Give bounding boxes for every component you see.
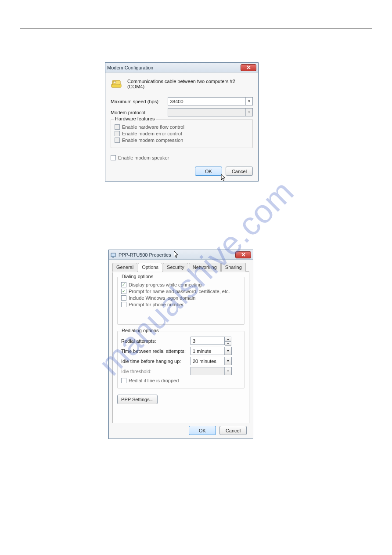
dialing-options-title: Dialing options: [120, 274, 155, 279]
checkbox-prompt-phone[interactable]: [121, 302, 126, 307]
page-rule: [20, 29, 372, 29]
dialog2-titlebar[interactable]: PPP-RTU500 Properties: [109, 250, 253, 260]
tab-general[interactable]: General: [112, 263, 137, 272]
max-speed-value: 38400: [170, 99, 183, 104]
label-progress: Display progress while connecting: [129, 282, 201, 287]
label-prompt-phone: Prompt for phone number: [129, 302, 183, 307]
ok-button[interactable]: OK: [189, 426, 216, 435]
tabstrip: General Options Security Networking Shar…: [112, 262, 249, 272]
modem-config-dialog: Modem Configuration Communications cable…: [105, 62, 259, 181]
chevron-down-icon: ▼: [245, 98, 252, 105]
label-logon-domain: Include Windows logon domain: [129, 295, 195, 301]
tab-security[interactable]: Security: [163, 263, 188, 272]
ppp-properties-dialog: PPP-RTU500 Properties General Options Se…: [108, 250, 253, 439]
redial-attempts-input[interactable]: 3 ▲ ▼: [191, 337, 225, 345]
dialing-options-group: Dialing options ✓ Display progress while…: [117, 277, 245, 325]
close-icon: [241, 253, 245, 257]
close-icon: [247, 65, 251, 69]
tab-options[interactable]: Options: [138, 263, 162, 272]
tab-networking[interactable]: Networking: [189, 263, 221, 272]
ok-button[interactable]: OK: [195, 167, 222, 176]
close-button[interactable]: [235, 251, 251, 258]
chevron-down-icon: ▼: [245, 109, 252, 116]
dialog1-title: Modem Configuration: [107, 65, 153, 70]
label-prompt-cred: Prompt for name and password, certificat…: [129, 289, 230, 294]
idle-threshold-label: Idle threshold:: [121, 369, 191, 374]
chevron-up-icon[interactable]: ▲: [225, 337, 231, 341]
close-button[interactable]: [241, 64, 256, 71]
checkbox-compression: [115, 138, 120, 143]
chevron-down-icon: ▼: [224, 357, 231, 365]
redial-attempts-label: Redial attempts:: [121, 338, 191, 344]
checkbox-error-control: [115, 131, 120, 136]
checkbox-speaker[interactable]: [111, 155, 116, 160]
modem-desc: Communications cable between two compute…: [127, 79, 253, 89]
dialog2-title: PPP-RTU500 Properties: [119, 252, 171, 258]
idle-hangup-value: 20 minutes: [193, 359, 216, 364]
label-flow-control: Enable hardware flow control: [122, 124, 184, 130]
svg-rect-4: [112, 257, 114, 258]
redialing-options-title: Redialing options: [120, 328, 160, 333]
label-compression: Enable modem compression: [122, 138, 183, 143]
idle-threshold-combo: ▼: [191, 367, 232, 375]
time-between-value: 1 minute: [193, 348, 211, 354]
modem-protocol-label: Modem protocol: [111, 110, 168, 115]
hardware-features-title: Hardware features: [114, 116, 156, 121]
idle-hangup-combo[interactable]: 20 minutes ▼: [191, 357, 232, 365]
label-speaker: Enable modem speaker: [118, 155, 169, 160]
cursor-icon: [174, 251, 179, 259]
label-error-control: Enable modem error control: [122, 131, 182, 136]
modem-icon: [111, 79, 123, 89]
max-speed-combo[interactable]: 38400 ▼: [168, 97, 253, 105]
tab-sharing[interactable]: Sharing: [221, 263, 246, 272]
options-tabpanel: Dialing options ✓ Display progress while…: [112, 272, 249, 423]
ppp-settings-button[interactable]: PPP Settings...: [117, 395, 158, 404]
max-speed-label: Maximum speed (bps):: [111, 99, 168, 104]
svg-rect-2: [113, 81, 116, 83]
checkbox-prompt-cred[interactable]: ✓: [121, 289, 126, 294]
hardware-features-group: Hardware features Enable hardware flow c…: [111, 119, 253, 148]
checkbox-redial-drop[interactable]: [121, 378, 126, 383]
label-redial-drop: Redial if line is dropped: [129, 378, 179, 383]
spinner-buttons[interactable]: ▲ ▼: [225, 337, 231, 346]
time-between-combo[interactable]: 1 minute ▼: [191, 347, 232, 355]
cancel-button[interactable]: Cancel: [219, 426, 247, 435]
dialog1-titlebar[interactable]: Modem Configuration: [105, 63, 258, 73]
chevron-down-icon[interactable]: ▼: [225, 341, 231, 346]
modem-protocol-combo: ▼: [168, 108, 253, 116]
connection-icon: [111, 252, 117, 258]
time-between-label: Time between redial attempts:: [121, 348, 191, 354]
checkbox-logon-domain[interactable]: [121, 295, 126, 301]
dialog1-body: Communications cable between two compute…: [105, 73, 258, 181]
chevron-down-icon: ▼: [224, 367, 231, 375]
dialog2-body: General Options Security Networking Shar…: [109, 260, 253, 439]
chevron-down-icon: ▼: [224, 347, 231, 355]
checkbox-flow-control: [115, 124, 120, 130]
svg-rect-3: [111, 253, 115, 257]
cancel-button[interactable]: Cancel: [226, 167, 253, 176]
checkbox-progress[interactable]: ✓: [121, 282, 126, 287]
idle-hangup-label: Idle time before hanging up:: [121, 359, 191, 364]
redial-attempts-value: 3: [193, 338, 195, 344]
redialing-options-group: Redialing options Redial attempts: 3 ▲ ▼…: [117, 331, 245, 388]
